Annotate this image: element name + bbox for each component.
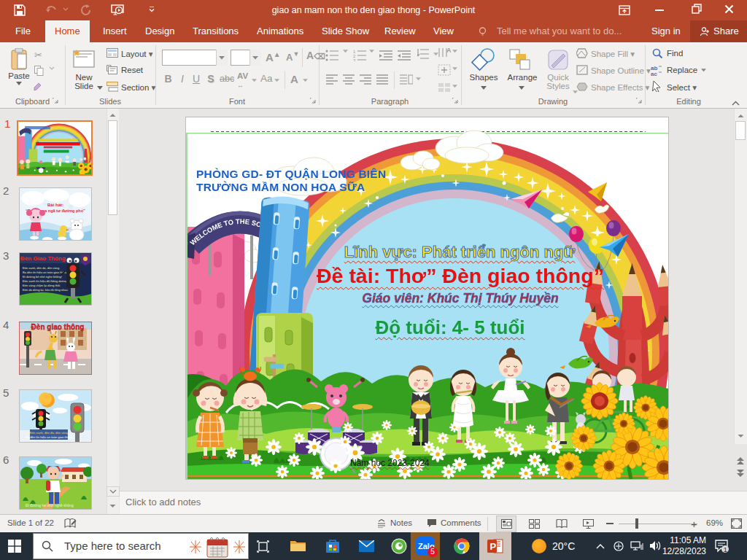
svg-text:Đi đường bé nhớ nghề không: Đi đường bé nhớ nghề không [26,503,74,508]
svg-text:A: A [446,47,451,54]
svg-text:Đi đường bé nhớ nghe không!: Đi đường bé nhớ nghe không! [23,275,62,279]
svg-text:Đèn Giao Thông: Đèn Giao Thông [20,255,66,262]
svg-text:Đèn xanh tín hiệu đã thông đườ: Đèn xanh tín hiệu đã thông đường rồi [23,279,71,283]
svg-text:Đèn xanh, đèn đỏ, đèn vàng: Đèn xanh, đèn đỏ, đèn vàng [30,431,69,435]
svg-text:ac: ac [651,71,657,76]
svg-text:Đèn đỏ dừng lại, kẻo rồi tông: Đèn đỏ dừng lại, kẻo rồi tông nhau [23,288,68,292]
svg-text:Ba đèn tín hiệu an toàn giao t: Ba đèn tín hiệu an toàn giao thông [23,271,67,274]
svg-text:3: 3 [353,58,356,61]
svg-text:Bài hát:: Bài hát: [47,203,63,207]
svg-text:P: P [490,541,497,552]
svg-text:Đèn xanh, đèn đỏ, đèn vàng: Đèn xanh, đèn đỏ, đèn vàng [23,266,59,270]
svg-text:1: 1 [724,546,727,553]
svg-text:Đèn giao thông: Đèn giao thông [31,323,85,331]
svg-text:Đèn vàng chậm lại dừng thôi: Đèn vàng chậm lại dừng thôi [23,284,60,287]
svg-text:Ba đèn tín hiệu an toàn giao t: Ba đèn tín hiệu an toàn giao thông [26,435,73,439]
